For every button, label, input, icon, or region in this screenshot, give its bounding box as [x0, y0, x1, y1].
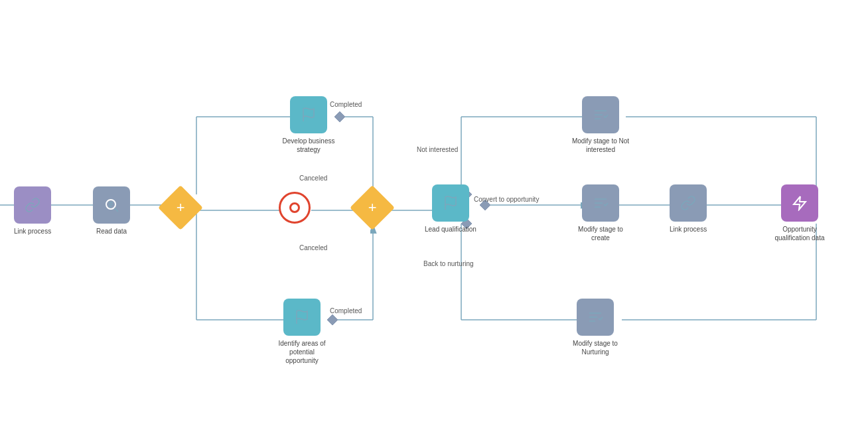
- node-link-process-2[interactable]: Link process: [670, 184, 707, 234]
- process-diagram: Link process Read data + Develop bu: [0, 0, 868, 422]
- node-modify-nurturing-label: Modify stage to Nurturing: [565, 339, 625, 356]
- node-read-data-label: Read data: [96, 227, 127, 236]
- label-completed2: Completed: [330, 307, 362, 315]
- node-modify-nurturing[interactable]: Modify stage to Nurturing: [565, 299, 625, 356]
- label-canceled2: Canceled: [299, 244, 327, 251]
- node-opportunity-qual-label: Opportunity qualification data: [770, 225, 830, 242]
- node-lead-qualification[interactable]: Lead qualification: [425, 184, 476, 234]
- node-modify-not-interested[interactable]: Modify stage to Not interested: [571, 96, 630, 154]
- node-modify-create[interactable]: Modify stage to create: [571, 184, 630, 242]
- label-not-interested: Not interested: [417, 146, 458, 153]
- node-link-process-1[interactable]: Link process: [14, 186, 51, 236]
- node-link-process-2-label: Link process: [670, 225, 707, 234]
- label-completed1: Completed: [330, 101, 362, 108]
- node-link-process-1-label: Link process: [14, 227, 51, 236]
- node-identify-areas-label: Identify areas of potential opportunity: [272, 339, 332, 365]
- node-modify-not-interested-label: Modify stage to Not interested: [571, 137, 630, 154]
- label-convert: Convert to opportunity: [474, 196, 539, 203]
- node-opportunity-qual[interactable]: Opportunity qualification data: [770, 184, 830, 242]
- svg-line-32: [115, 208, 119, 212]
- label-back-nurturing: Back to nurturing: [423, 260, 474, 267]
- node-lead-qualification-label: Lead qualification: [425, 225, 476, 234]
- node-read-data[interactable]: Read data: [93, 186, 130, 236]
- label-canceled1: Canceled: [299, 175, 327, 182]
- diamond-2: +: [356, 192, 388, 224]
- node-develop-strategy-label: Develop business strategy: [279, 137, 338, 154]
- node-identify-areas[interactable]: Identify areas of potential opportunity: [272, 299, 332, 365]
- node-cancel-circle: [279, 192, 311, 227]
- diamond-1: +: [165, 192, 196, 224]
- node-modify-create-label: Modify stage to create: [571, 225, 630, 242]
